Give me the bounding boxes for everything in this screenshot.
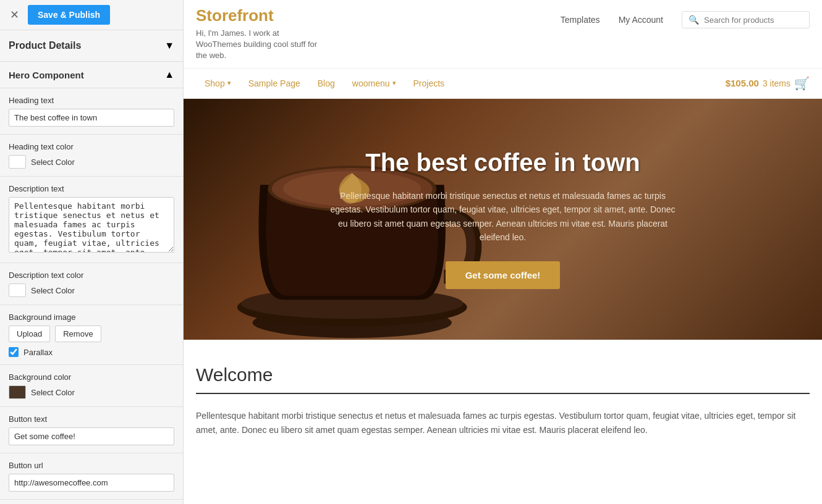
welcome-section: Welcome Pellentesque habitant morbi tris… [184, 340, 822, 463]
hero-component-arrow: ▲ [164, 69, 174, 80]
heading-select-color-label[interactable]: Select Color [31, 158, 75, 167]
bg-color-section: Background color Select Color [0, 365, 183, 407]
store-nav: Templates My Account 🔍 [561, 6, 810, 28]
product-details-title: Product Details [9, 40, 81, 51]
description-color-picker-row: Select Color [9, 284, 174, 297]
nav-projects[interactable]: Projects [405, 69, 454, 98]
remove-button[interactable]: Remove [55, 326, 101, 342]
heading-color-picker-row: Select Color [9, 155, 174, 169]
welcome-title: Welcome [196, 364, 810, 385]
cart-area: $105.00 3 items 🛒 [726, 76, 810, 91]
button-text-label: Button text [9, 414, 174, 424]
cart-icon[interactable]: 🛒 [794, 76, 810, 91]
shop-chevron: ▾ [227, 79, 231, 87]
nav-blog[interactable]: Blog [309, 69, 344, 98]
nav-links: Shop ▾ Sample Page Blog woomenu ▾ Projec… [196, 69, 453, 98]
nav-shop[interactable]: Shop ▾ [196, 69, 240, 98]
product-details-arrow: ▼ [164, 40, 174, 51]
welcome-body-text: Pellentesque habitant morbi tristique se… [196, 409, 810, 439]
heading-text-section: Heading text [0, 88, 183, 135]
bg-select-color-label[interactable]: Select Color [31, 388, 75, 397]
search-icon: 🔍 [689, 15, 699, 25]
search-input[interactable] [704, 15, 803, 25]
bg-image-section: Background image Upload Remove Parallax [0, 305, 183, 365]
bg-color-label: Background color [9, 372, 174, 382]
product-details-header[interactable]: Product Details ▼ [0, 30, 183, 62]
button-url-section: Button url [0, 453, 183, 500]
cart-items: 3 items [763, 78, 790, 88]
heading-color-section: Heading text color Select Color [0, 135, 183, 177]
bg-image-row: Upload Remove [9, 326, 174, 342]
button-text-input[interactable] [9, 427, 174, 445]
description-color-label: Description text color [9, 271, 174, 280]
close-button[interactable]: ✕ [6, 7, 23, 23]
templates-link[interactable]: Templates [561, 15, 600, 25]
hero-component-title: Hero Component [9, 70, 84, 80]
upload-button[interactable]: Upload [9, 326, 50, 342]
hero-section: The best coffee in town Pellentesque hab… [184, 99, 822, 340]
hero-content: The best coffee in town Pellentesque hab… [318, 136, 689, 302]
heading-text-label: Heading text [9, 96, 174, 105]
parallax-label: Parallax [23, 348, 53, 357]
parallax-checkbox[interactable] [9, 347, 19, 357]
store-brand: Storefront Hi, I'm James. I work at WooT… [196, 6, 320, 62]
description-text-section: Description text Pellentesque habitant m… [0, 177, 183, 263]
description-text-area[interactable]: Pellentesque habitant morbi tristique se… [9, 197, 174, 253]
parallax-row: Parallax [9, 347, 174, 357]
hero-description: Pellentesque habitant morbi tristique se… [330, 189, 676, 245]
button-text-section: Button text [0, 407, 183, 453]
cart-price: $105.00 [726, 78, 759, 88]
store-tagline: Hi, I'm James. I work at WooThemes build… [196, 28, 320, 62]
store-header: Storefront Hi, I'm James. I work at WooT… [184, 0, 822, 69]
search-box: 🔍 [682, 11, 810, 28]
nav-bar: Shop ▾ Sample Page Blog woomenu ▾ Projec… [184, 69, 822, 99]
nav-sample-page[interactable]: Sample Page [240, 69, 309, 98]
hero-component-header[interactable]: Hero Component ▲ [0, 62, 183, 88]
text-alignment-section: Text alignment Left [0, 500, 183, 504]
hero-cta-button[interactable]: Get some coffee! [446, 261, 561, 289]
bg-color-swatch[interactable] [9, 385, 26, 399]
woomenu-chevron: ▾ [392, 79, 396, 87]
button-url-label: Button url [9, 461, 174, 470]
top-bar: ✕ Save & Publish [0, 0, 183, 30]
save-publish-button[interactable]: Save & Publish [28, 5, 110, 25]
nav-woomenu[interactable]: woomenu ▾ [344, 69, 405, 98]
heading-text-input[interactable] [9, 109, 174, 127]
left-panel: ✕ Save & Publish Product Details ▼ Hero … [0, 0, 184, 504]
description-color-section: Description text color Select Color [0, 263, 183, 305]
description-color-swatch[interactable] [9, 284, 26, 297]
heading-color-label: Heading text color [9, 142, 174, 151]
welcome-divider [196, 393, 810, 394]
store-name: Storefront [196, 6, 320, 25]
button-url-input[interactable] [9, 474, 174, 492]
description-select-color-label[interactable]: Select Color [31, 286, 75, 295]
hero-heading: The best coffee in town [330, 149, 676, 177]
description-text-label: Description text [9, 184, 174, 193]
bg-image-label: Background image [9, 313, 174, 322]
bg-color-picker-row: Select Color [9, 385, 174, 399]
right-panel: Storefront Hi, I'm James. I work at WooT… [184, 0, 822, 504]
heading-color-swatch[interactable] [9, 155, 26, 169]
my-account-link[interactable]: My Account [619, 15, 663, 25]
